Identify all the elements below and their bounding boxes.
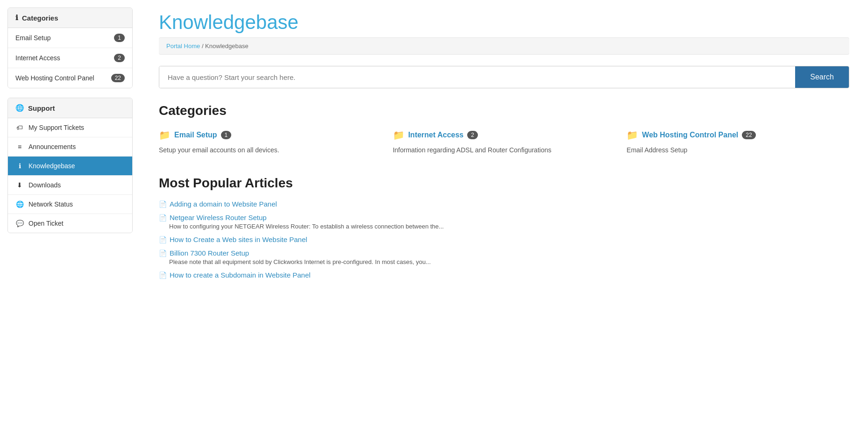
support-item-label: Downloads <box>28 181 61 189</box>
article-title: How to Create a Web sites in Website Pan… <box>170 235 307 243</box>
sidebar-category-label: Email Setup <box>15 34 50 42</box>
categories-grid: 📁 Email Setup 1 Setup your email account… <box>159 128 849 157</box>
support-globe-icon: 🌐 <box>15 104 24 112</box>
article-title: Adding a domain to Website Panel <box>170 200 277 208</box>
search-bar: Search <box>159 66 849 88</box>
sidebar-support-item[interactable]: ⬇ Downloads <box>8 176 132 195</box>
support-item-icon: ℹ <box>15 162 24 170</box>
sidebar-support-item[interactable]: ≡ Announcements <box>8 137 132 157</box>
articles-list: 📄 Adding a domain to Website Panel 📄 Net… <box>159 200 849 279</box>
category-card: 📁 Email Setup 1 Setup your email account… <box>159 128 382 157</box>
support-item-label: My Support Tickets <box>28 124 84 131</box>
category-card-header: 📁 Web Hosting Control Panel 22 <box>626 129 849 141</box>
breadcrumb: Portal Home / Knowledgebase <box>159 37 849 55</box>
info-icon: ℹ <box>15 14 18 22</box>
article-link[interactable]: 📄 Adding a domain to Website Panel <box>159 200 849 208</box>
category-link[interactable]: Internet Access <box>408 131 464 139</box>
sidebar-category-item[interactable]: Email Setup 1 <box>8 28 132 48</box>
sidebar-support-title: Support <box>28 104 55 112</box>
article-title: Billion 7300 Router Setup <box>170 249 249 257</box>
article-item: 📄 How to Create a Web sites in Website P… <box>159 235 849 243</box>
page-title: Knowledgebase <box>159 11 849 34</box>
support-item-icon: 🌐 <box>15 200 24 208</box>
support-item-label: Open Ticket <box>28 220 64 227</box>
main-content: Knowledgebase Portal Home / Knowledgebas… <box>140 0 868 421</box>
category-badge: 22 <box>742 131 755 139</box>
article-link[interactable]: 📄 How to create a Subdomain in Website P… <box>159 271 849 279</box>
category-link[interactable]: Web Hosting Control Panel <box>642 131 738 139</box>
folder-icon: 📁 <box>626 129 638 141</box>
folder-icon: 📁 <box>159 129 171 141</box>
support-item-icon: 🏷 <box>15 124 24 131</box>
sidebar-support-item[interactable]: 🏷 My Support Tickets <box>8 118 132 137</box>
sidebar-categories-card: ℹ Categories Email Setup 1 Internet Acce… <box>7 7 133 88</box>
folder-icon: 📁 <box>393 129 405 141</box>
support-item-icon: 💬 <box>15 220 24 227</box>
category-description: Information regarding ADSL and Router Co… <box>393 145 616 155</box>
sidebar-support-header: 🌐 Support <box>8 98 132 118</box>
sidebar: ℹ Categories Email Setup 1 Internet Acce… <box>0 0 140 421</box>
article-link[interactable]: 📄 How to Create a Web sites in Website P… <box>159 235 849 243</box>
search-button[interactable]: Search <box>795 66 849 88</box>
article-title: Netgear Wireless Router Setup <box>170 214 267 221</box>
article-item: 📄 Adding a domain to Website Panel <box>159 200 849 208</box>
search-input[interactable] <box>159 66 795 88</box>
sidebar-category-item[interactable]: Internet Access 2 <box>8 48 132 68</box>
support-item-label: Knowledgebase <box>28 162 75 170</box>
category-description: Email Address Setup <box>626 145 849 155</box>
article-file-icon: 📄 <box>159 250 167 257</box>
article-file-icon: 📄 <box>159 236 167 243</box>
support-item-label: Announcements <box>28 143 76 150</box>
support-item-label: Network Status <box>28 200 73 208</box>
sidebar-support-card: 🌐 Support 🏷 My Support Tickets ≡ Announc… <box>7 98 133 233</box>
sidebar-support-item[interactable]: ℹ Knowledgebase <box>8 157 132 176</box>
sidebar-category-badge: 22 <box>111 74 125 82</box>
article-link[interactable]: 📄 Netgear Wireless Router Setup <box>159 214 849 221</box>
article-title: How to create a Subdomain in Website Pan… <box>170 271 311 279</box>
category-description: Setup your email accounts on all devices… <box>159 145 382 155</box>
sidebar-category-label: Internet Access <box>15 54 60 62</box>
category-card-header: 📁 Email Setup 1 <box>159 129 382 141</box>
article-file-icon: 📄 <box>159 200 167 208</box>
sidebar-categories-header: ℹ Categories <box>8 8 132 28</box>
article-link[interactable]: 📄 Billion 7300 Router Setup <box>159 249 849 257</box>
category-card: 📁 Web Hosting Control Panel 22 Email Add… <box>626 128 849 157</box>
sidebar-category-badge: 1 <box>114 34 125 42</box>
categories-section-title: Categories <box>159 103 849 118</box>
sidebar-categories-list: Email Setup 1 Internet Access 2 Web Host… <box>8 28 132 88</box>
article-item: 📄 Netgear Wireless Router Setup How to c… <box>159 214 849 230</box>
category-badge: 1 <box>221 131 232 139</box>
article-file-icon: 📄 <box>159 271 167 279</box>
sidebar-categories-title: Categories <box>22 14 58 22</box>
sidebar-category-badge: 2 <box>114 54 125 62</box>
article-description: Please note that all equipment sold by C… <box>159 258 849 265</box>
breadcrumb-current: Knowledgebase <box>205 43 249 50</box>
category-badge: 2 <box>467 131 478 139</box>
sidebar-support-item[interactable]: 💬 Open Ticket <box>8 214 132 233</box>
article-item: 📄 Billion 7300 Router Setup Please note … <box>159 249 849 265</box>
support-item-icon: ⬇ <box>15 181 24 189</box>
article-file-icon: 📄 <box>159 214 167 221</box>
support-item-icon: ≡ <box>15 143 24 150</box>
sidebar-category-label: Web Hosting Control Panel <box>15 74 94 82</box>
articles-section-title: Most Popular Articles <box>159 176 849 191</box>
sidebar-support-list: 🏷 My Support Tickets ≡ Announcements ℹ K… <box>8 118 132 233</box>
breadcrumb-home[interactable]: Portal Home <box>166 43 200 50</box>
category-link[interactable]: Email Setup <box>174 131 217 139</box>
article-description: How to configuring your NETGEAR Wireless… <box>159 223 849 230</box>
sidebar-support-item[interactable]: 🌐 Network Status <box>8 195 132 214</box>
category-card: 📁 Internet Access 2 Information regardin… <box>393 128 616 157</box>
category-card-header: 📁 Internet Access 2 <box>393 129 616 141</box>
article-item: 📄 How to create a Subdomain in Website P… <box>159 271 849 279</box>
sidebar-category-item[interactable]: Web Hosting Control Panel 22 <box>8 68 132 88</box>
